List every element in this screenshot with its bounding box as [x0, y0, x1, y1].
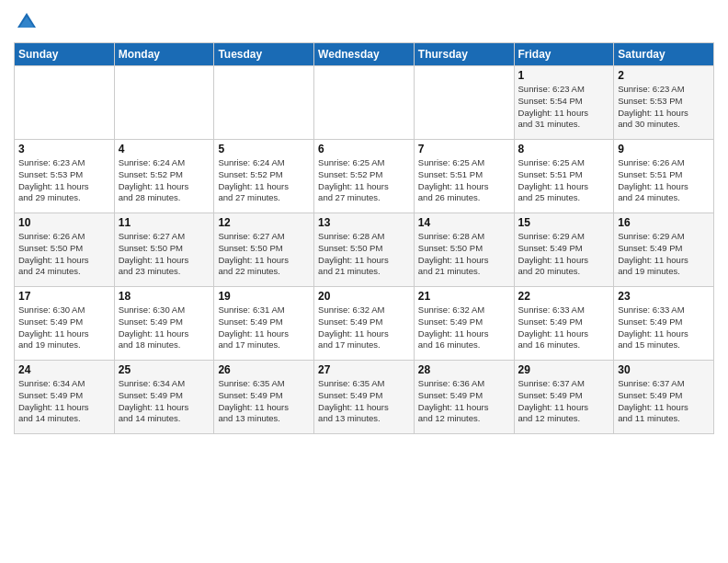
calendar-week-row: 1Sunrise: 6:23 AM Sunset: 5:54 PM Daylig…	[15, 66, 714, 140]
day-info: Sunrise: 6:23 AM Sunset: 5:54 PM Dayligh…	[518, 84, 610, 131]
day-number: 7	[418, 143, 510, 155]
calendar-cell	[114, 66, 214, 140]
day-number: 10	[18, 216, 110, 229]
weekday-header: Saturday	[614, 43, 714, 66]
day-info: Sunrise: 6:27 AM Sunset: 5:50 PM Dayligh…	[119, 231, 210, 278]
day-info: Sunrise: 6:33 AM Sunset: 5:49 PM Dayligh…	[618, 304, 710, 351]
day-number: 22	[518, 290, 610, 303]
day-number: 19	[218, 290, 310, 303]
day-number: 29	[518, 363, 610, 376]
calendar-cell	[214, 66, 314, 140]
weekday-header: Wednesday	[314, 43, 415, 66]
weekday-header: Tuesday	[214, 43, 314, 66]
calendar-cell: 18Sunrise: 6:30 AM Sunset: 5:49 PM Dayli…	[114, 287, 214, 361]
weekday-row: SundayMondayTuesdayWednesdayThursdayFrid…	[15, 43, 714, 66]
day-number: 21	[418, 290, 510, 303]
calendar-cell: 6Sunrise: 6:25 AM Sunset: 5:52 PM Daylig…	[314, 140, 415, 213]
day-info: Sunrise: 6:28 AM Sunset: 5:50 PM Dayligh…	[318, 231, 410, 278]
calendar-cell: 7Sunrise: 6:25 AM Sunset: 5:51 PM Daylig…	[414, 140, 514, 213]
day-info: Sunrise: 6:29 AM Sunset: 5:49 PM Dayligh…	[618, 231, 710, 278]
day-info: Sunrise: 6:30 AM Sunset: 5:49 PM Dayligh…	[18, 304, 110, 351]
calendar-cell: 5Sunrise: 6:24 AM Sunset: 5:52 PM Daylig…	[214, 140, 314, 213]
day-number: 2	[618, 69, 710, 82]
day-number: 12	[218, 216, 310, 229]
calendar-cell: 10Sunrise: 6:26 AM Sunset: 5:50 PM Dayli…	[15, 213, 115, 287]
calendar-header: SundayMondayTuesdayWednesdayThursdayFrid…	[15, 43, 714, 66]
day-number: 24	[18, 363, 110, 376]
day-info: Sunrise: 6:28 AM Sunset: 5:50 PM Dayligh…	[418, 231, 510, 278]
calendar-cell: 16Sunrise: 6:29 AM Sunset: 5:49 PM Dayli…	[614, 213, 714, 287]
day-number: 15	[518, 216, 610, 229]
calendar-cell: 17Sunrise: 6:30 AM Sunset: 5:49 PM Dayli…	[15, 287, 115, 361]
day-info: Sunrise: 6:24 AM Sunset: 5:52 PM Dayligh…	[218, 157, 310, 204]
day-info: Sunrise: 6:29 AM Sunset: 5:49 PM Dayligh…	[518, 231, 610, 278]
calendar-cell	[414, 66, 514, 140]
calendar-cell: 2Sunrise: 6:23 AM Sunset: 5:53 PM Daylig…	[614, 66, 714, 140]
day-number: 9	[618, 143, 710, 155]
day-number: 26	[218, 363, 310, 376]
calendar-cell: 14Sunrise: 6:28 AM Sunset: 5:50 PM Dayli…	[414, 213, 514, 287]
day-info: Sunrise: 6:25 AM Sunset: 5:51 PM Dayligh…	[518, 157, 610, 204]
day-number: 20	[318, 290, 410, 303]
calendar-week-row: 3Sunrise: 6:23 AM Sunset: 5:53 PM Daylig…	[15, 140, 714, 213]
day-number: 13	[318, 216, 410, 229]
calendar-week-row: 24Sunrise: 6:34 AM Sunset: 5:49 PM Dayli…	[15, 361, 714, 434]
day-number: 23	[618, 290, 710, 303]
calendar-cell: 15Sunrise: 6:29 AM Sunset: 5:49 PM Dayli…	[514, 213, 614, 287]
calendar-week-row: 17Sunrise: 6:30 AM Sunset: 5:49 PM Dayli…	[15, 287, 714, 361]
logo	[14, 9, 43, 35]
calendar-cell: 20Sunrise: 6:32 AM Sunset: 5:49 PM Dayli…	[314, 287, 415, 361]
calendar-cell: 28Sunrise: 6:36 AM Sunset: 5:49 PM Dayli…	[414, 361, 514, 434]
weekday-header: Friday	[514, 43, 614, 66]
calendar-cell: 3Sunrise: 6:23 AM Sunset: 5:53 PM Daylig…	[15, 140, 115, 213]
weekday-header: Thursday	[414, 43, 514, 66]
calendar-cell: 26Sunrise: 6:35 AM Sunset: 5:49 PM Dayli…	[214, 361, 314, 434]
day-number: 3	[18, 143, 110, 155]
calendar-cell: 1Sunrise: 6:23 AM Sunset: 5:54 PM Daylig…	[514, 66, 614, 140]
day-info: Sunrise: 6:36 AM Sunset: 5:49 PM Dayligh…	[418, 378, 510, 425]
day-number: 6	[318, 143, 410, 155]
day-info: Sunrise: 6:26 AM Sunset: 5:50 PM Dayligh…	[18, 231, 110, 278]
day-info: Sunrise: 6:26 AM Sunset: 5:51 PM Dayligh…	[618, 157, 710, 204]
day-number: 14	[418, 216, 510, 229]
day-info: Sunrise: 6:32 AM Sunset: 5:49 PM Dayligh…	[318, 304, 410, 351]
day-info: Sunrise: 6:30 AM Sunset: 5:49 PM Dayligh…	[119, 304, 210, 351]
calendar-cell: 29Sunrise: 6:37 AM Sunset: 5:49 PM Dayli…	[514, 361, 614, 434]
calendar-cell: 8Sunrise: 6:25 AM Sunset: 5:51 PM Daylig…	[514, 140, 614, 213]
calendar-cell: 13Sunrise: 6:28 AM Sunset: 5:50 PM Dayli…	[314, 213, 415, 287]
calendar-cell: 21Sunrise: 6:32 AM Sunset: 5:49 PM Dayli…	[414, 287, 514, 361]
day-info: Sunrise: 6:25 AM Sunset: 5:52 PM Dayligh…	[318, 157, 410, 204]
day-info: Sunrise: 6:25 AM Sunset: 5:51 PM Dayligh…	[418, 157, 510, 204]
calendar-body: 1Sunrise: 6:23 AM Sunset: 5:54 PM Daylig…	[15, 66, 714, 434]
header	[14, 9, 714, 35]
calendar-cell: 30Sunrise: 6:37 AM Sunset: 5:49 PM Dayli…	[614, 361, 714, 434]
calendar-cell: 24Sunrise: 6:34 AM Sunset: 5:49 PM Dayli…	[15, 361, 115, 434]
day-info: Sunrise: 6:23 AM Sunset: 5:53 PM Dayligh…	[618, 84, 710, 131]
calendar-cell: 11Sunrise: 6:27 AM Sunset: 5:50 PM Dayli…	[114, 213, 214, 287]
day-number: 8	[518, 143, 610, 155]
day-number: 30	[618, 363, 710, 376]
day-info: Sunrise: 6:32 AM Sunset: 5:49 PM Dayligh…	[418, 304, 510, 351]
calendar-cell: 12Sunrise: 6:27 AM Sunset: 5:50 PM Dayli…	[214, 213, 314, 287]
weekday-header: Monday	[114, 43, 214, 66]
calendar-week-row: 10Sunrise: 6:26 AM Sunset: 5:50 PM Dayli…	[15, 213, 714, 287]
calendar-cell: 23Sunrise: 6:33 AM Sunset: 5:49 PM Dayli…	[614, 287, 714, 361]
day-info: Sunrise: 6:35 AM Sunset: 5:49 PM Dayligh…	[318, 378, 410, 425]
day-number: 28	[418, 363, 510, 376]
day-info: Sunrise: 6:31 AM Sunset: 5:49 PM Dayligh…	[218, 304, 310, 351]
calendar-cell: 4Sunrise: 6:24 AM Sunset: 5:52 PM Daylig…	[114, 140, 214, 213]
day-number: 1	[518, 69, 610, 82]
calendar-cell: 19Sunrise: 6:31 AM Sunset: 5:49 PM Dayli…	[214, 287, 314, 361]
day-info: Sunrise: 6:33 AM Sunset: 5:49 PM Dayligh…	[518, 304, 610, 351]
day-info: Sunrise: 6:23 AM Sunset: 5:53 PM Dayligh…	[18, 157, 110, 204]
calendar-cell: 25Sunrise: 6:34 AM Sunset: 5:49 PM Dayli…	[114, 361, 214, 434]
weekday-header: Sunday	[15, 43, 115, 66]
day-info: Sunrise: 6:37 AM Sunset: 5:49 PM Dayligh…	[518, 378, 610, 425]
day-number: 5	[218, 143, 310, 155]
calendar-cell: 27Sunrise: 6:35 AM Sunset: 5:49 PM Dayli…	[314, 361, 415, 434]
day-number: 16	[618, 216, 710, 229]
day-info: Sunrise: 6:34 AM Sunset: 5:49 PM Dayligh…	[119, 378, 210, 425]
calendar-cell	[314, 66, 415, 140]
day-info: Sunrise: 6:37 AM Sunset: 5:49 PM Dayligh…	[618, 378, 710, 425]
day-number: 4	[119, 143, 210, 155]
